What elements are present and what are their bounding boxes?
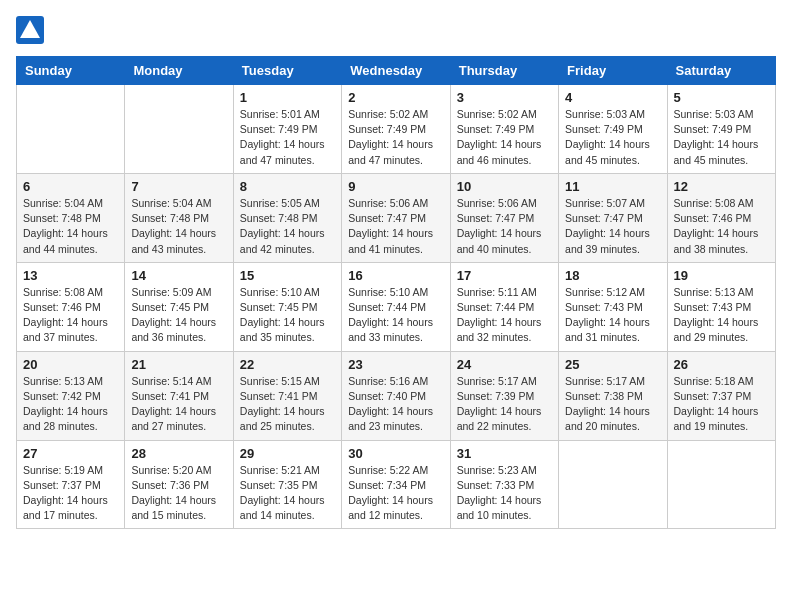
calendar-cell: 5Sunrise: 5:03 AM Sunset: 7:49 PM Daylig… (667, 85, 775, 174)
calendar-cell: 29Sunrise: 5:21 AM Sunset: 7:35 PM Dayli… (233, 440, 341, 529)
day-number: 10 (457, 179, 552, 194)
calendar-cell: 26Sunrise: 5:18 AM Sunset: 7:37 PM Dayli… (667, 351, 775, 440)
day-info: Sunrise: 5:11 AM Sunset: 7:44 PM Dayligh… (457, 285, 552, 346)
day-info: Sunrise: 5:17 AM Sunset: 7:39 PM Dayligh… (457, 374, 552, 435)
day-info: Sunrise: 5:01 AM Sunset: 7:49 PM Dayligh… (240, 107, 335, 168)
day-number: 2 (348, 90, 443, 105)
calendar-cell: 2Sunrise: 5:02 AM Sunset: 7:49 PM Daylig… (342, 85, 450, 174)
day-info: Sunrise: 5:04 AM Sunset: 7:48 PM Dayligh… (131, 196, 226, 257)
page-header (16, 16, 776, 44)
day-info: Sunrise: 5:06 AM Sunset: 7:47 PM Dayligh… (457, 196, 552, 257)
day-info: Sunrise: 5:02 AM Sunset: 7:49 PM Dayligh… (457, 107, 552, 168)
calendar-cell (667, 440, 775, 529)
calendar-cell: 12Sunrise: 5:08 AM Sunset: 7:46 PM Dayli… (667, 173, 775, 262)
day-info: Sunrise: 5:23 AM Sunset: 7:33 PM Dayligh… (457, 463, 552, 524)
day-number: 20 (23, 357, 118, 372)
calendar-cell: 6Sunrise: 5:04 AM Sunset: 7:48 PM Daylig… (17, 173, 125, 262)
day-number: 23 (348, 357, 443, 372)
day-info: Sunrise: 5:04 AM Sunset: 7:48 PM Dayligh… (23, 196, 118, 257)
day-info: Sunrise: 5:07 AM Sunset: 7:47 PM Dayligh… (565, 196, 660, 257)
calendar-cell: 14Sunrise: 5:09 AM Sunset: 7:45 PM Dayli… (125, 262, 233, 351)
calendar-table: SundayMondayTuesdayWednesdayThursdayFrid… (16, 56, 776, 529)
weekday-header-tuesday: Tuesday (233, 57, 341, 85)
day-info: Sunrise: 5:13 AM Sunset: 7:43 PM Dayligh… (674, 285, 769, 346)
day-number: 13 (23, 268, 118, 283)
day-number: 30 (348, 446, 443, 461)
day-info: Sunrise: 5:03 AM Sunset: 7:49 PM Dayligh… (674, 107, 769, 168)
calendar-cell: 25Sunrise: 5:17 AM Sunset: 7:38 PM Dayli… (559, 351, 667, 440)
day-number: 9 (348, 179, 443, 194)
weekday-header-monday: Monday (125, 57, 233, 85)
calendar-week-row: 13Sunrise: 5:08 AM Sunset: 7:46 PM Dayli… (17, 262, 776, 351)
logo-icon (16, 16, 44, 44)
day-number: 15 (240, 268, 335, 283)
day-info: Sunrise: 5:10 AM Sunset: 7:44 PM Dayligh… (348, 285, 443, 346)
day-info: Sunrise: 5:05 AM Sunset: 7:48 PM Dayligh… (240, 196, 335, 257)
calendar-cell: 8Sunrise: 5:05 AM Sunset: 7:48 PM Daylig… (233, 173, 341, 262)
calendar-cell: 16Sunrise: 5:10 AM Sunset: 7:44 PM Dayli… (342, 262, 450, 351)
calendar-cell: 3Sunrise: 5:02 AM Sunset: 7:49 PM Daylig… (450, 85, 558, 174)
day-info: Sunrise: 5:20 AM Sunset: 7:36 PM Dayligh… (131, 463, 226, 524)
calendar-cell: 31Sunrise: 5:23 AM Sunset: 7:33 PM Dayli… (450, 440, 558, 529)
calendar-cell (559, 440, 667, 529)
day-number: 17 (457, 268, 552, 283)
calendar-cell: 19Sunrise: 5:13 AM Sunset: 7:43 PM Dayli… (667, 262, 775, 351)
day-number: 5 (674, 90, 769, 105)
weekday-header-thursday: Thursday (450, 57, 558, 85)
day-number: 27 (23, 446, 118, 461)
calendar-cell (125, 85, 233, 174)
calendar-cell: 20Sunrise: 5:13 AM Sunset: 7:42 PM Dayli… (17, 351, 125, 440)
calendar-week-row: 6Sunrise: 5:04 AM Sunset: 7:48 PM Daylig… (17, 173, 776, 262)
day-info: Sunrise: 5:22 AM Sunset: 7:34 PM Dayligh… (348, 463, 443, 524)
day-info: Sunrise: 5:15 AM Sunset: 7:41 PM Dayligh… (240, 374, 335, 435)
calendar-cell: 13Sunrise: 5:08 AM Sunset: 7:46 PM Dayli… (17, 262, 125, 351)
calendar-cell: 27Sunrise: 5:19 AM Sunset: 7:37 PM Dayli… (17, 440, 125, 529)
logo (16, 16, 48, 44)
calendar-cell: 21Sunrise: 5:14 AM Sunset: 7:41 PM Dayli… (125, 351, 233, 440)
weekday-header-saturday: Saturday (667, 57, 775, 85)
weekday-header-wednesday: Wednesday (342, 57, 450, 85)
calendar-cell: 28Sunrise: 5:20 AM Sunset: 7:36 PM Dayli… (125, 440, 233, 529)
day-number: 18 (565, 268, 660, 283)
calendar-cell: 7Sunrise: 5:04 AM Sunset: 7:48 PM Daylig… (125, 173, 233, 262)
day-number: 24 (457, 357, 552, 372)
day-number: 1 (240, 90, 335, 105)
day-number: 6 (23, 179, 118, 194)
calendar-cell: 4Sunrise: 5:03 AM Sunset: 7:49 PM Daylig… (559, 85, 667, 174)
day-info: Sunrise: 5:21 AM Sunset: 7:35 PM Dayligh… (240, 463, 335, 524)
day-number: 14 (131, 268, 226, 283)
calendar-cell: 10Sunrise: 5:06 AM Sunset: 7:47 PM Dayli… (450, 173, 558, 262)
day-number: 25 (565, 357, 660, 372)
day-info: Sunrise: 5:13 AM Sunset: 7:42 PM Dayligh… (23, 374, 118, 435)
day-number: 7 (131, 179, 226, 194)
day-number: 4 (565, 90, 660, 105)
calendar-cell: 22Sunrise: 5:15 AM Sunset: 7:41 PM Dayli… (233, 351, 341, 440)
weekday-header-sunday: Sunday (17, 57, 125, 85)
day-number: 22 (240, 357, 335, 372)
calendar-cell: 11Sunrise: 5:07 AM Sunset: 7:47 PM Dayli… (559, 173, 667, 262)
calendar-week-row: 27Sunrise: 5:19 AM Sunset: 7:37 PM Dayli… (17, 440, 776, 529)
day-number: 29 (240, 446, 335, 461)
day-info: Sunrise: 5:02 AM Sunset: 7:49 PM Dayligh… (348, 107, 443, 168)
calendar-cell: 9Sunrise: 5:06 AM Sunset: 7:47 PM Daylig… (342, 173, 450, 262)
day-info: Sunrise: 5:10 AM Sunset: 7:45 PM Dayligh… (240, 285, 335, 346)
day-info: Sunrise: 5:14 AM Sunset: 7:41 PM Dayligh… (131, 374, 226, 435)
day-number: 19 (674, 268, 769, 283)
day-info: Sunrise: 5:06 AM Sunset: 7:47 PM Dayligh… (348, 196, 443, 257)
day-number: 28 (131, 446, 226, 461)
calendar-week-row: 20Sunrise: 5:13 AM Sunset: 7:42 PM Dayli… (17, 351, 776, 440)
day-number: 8 (240, 179, 335, 194)
day-info: Sunrise: 5:16 AM Sunset: 7:40 PM Dayligh… (348, 374, 443, 435)
day-number: 21 (131, 357, 226, 372)
day-number: 12 (674, 179, 769, 194)
calendar-cell: 23Sunrise: 5:16 AM Sunset: 7:40 PM Dayli… (342, 351, 450, 440)
day-info: Sunrise: 5:19 AM Sunset: 7:37 PM Dayligh… (23, 463, 118, 524)
day-number: 26 (674, 357, 769, 372)
day-info: Sunrise: 5:17 AM Sunset: 7:38 PM Dayligh… (565, 374, 660, 435)
day-info: Sunrise: 5:03 AM Sunset: 7:49 PM Dayligh… (565, 107, 660, 168)
day-number: 31 (457, 446, 552, 461)
calendar-cell: 1Sunrise: 5:01 AM Sunset: 7:49 PM Daylig… (233, 85, 341, 174)
calendar-cell: 17Sunrise: 5:11 AM Sunset: 7:44 PM Dayli… (450, 262, 558, 351)
day-number: 16 (348, 268, 443, 283)
calendar-cell: 24Sunrise: 5:17 AM Sunset: 7:39 PM Dayli… (450, 351, 558, 440)
